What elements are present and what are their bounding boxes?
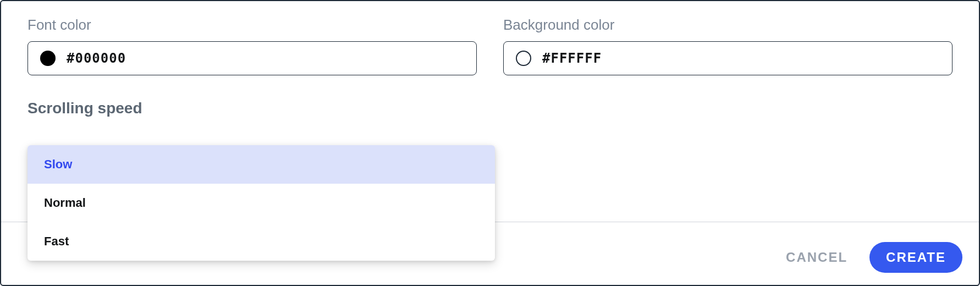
font-color-value: #000000 [67,51,126,66]
scrolling-speed-label: Scrolling speed [27,100,953,117]
background-color-field: Background color #FFFFFF [503,16,953,75]
background-color-label: Background color [503,16,953,34]
create-button[interactable]: CREATE [869,242,962,273]
panel-content: Font color #000000 Background color #FFF… [1,1,979,127]
settings-panel: Font color #000000 Background color #FFF… [0,0,980,286]
speed-option-normal[interactable]: Normal [27,184,495,222]
font-color-input[interactable]: #000000 [27,41,477,75]
cancel-button[interactable]: CANCEL [784,245,850,270]
font-color-field: Font color #000000 [27,16,477,75]
color-row: Font color #000000 Background color #FFF… [27,16,953,75]
font-color-swatch-icon [40,51,56,66]
background-color-input[interactable]: #FFFFFF [503,41,953,75]
scrolling-speed-dropdown[interactable]: Slow Normal Fast [27,145,495,261]
background-color-value: #FFFFFF [542,51,602,66]
background-color-swatch-icon [516,51,531,66]
speed-option-fast[interactable]: Fast [27,222,495,261]
font-color-label: Font color [27,16,477,34]
footer-actions: CANCEL CREATE [784,242,962,273]
speed-option-slow[interactable]: Slow [27,145,495,184]
